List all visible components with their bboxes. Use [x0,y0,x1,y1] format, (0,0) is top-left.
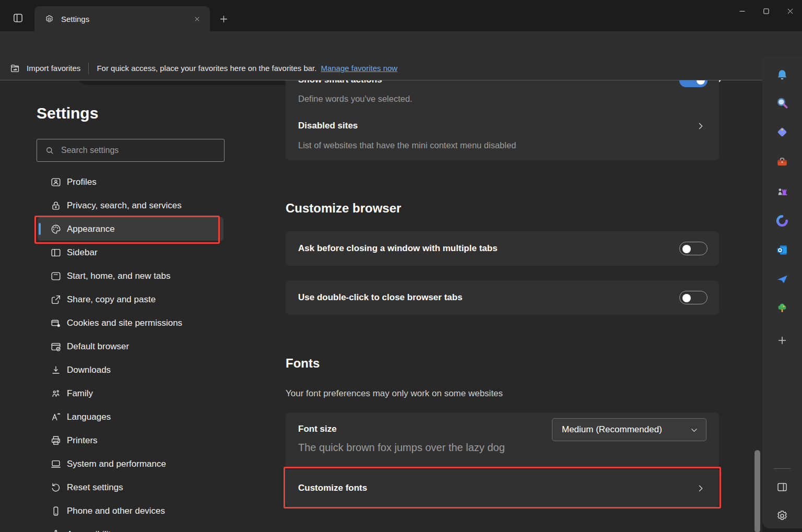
microsoft365-icon[interactable] [772,210,793,231]
window-controls [730,0,802,22]
sidebar-item-label: Downloads [67,365,111,375]
sidebar-item-system-and-performance[interactable]: System and performance [38,452,223,476]
search-input[interactable] [61,146,207,155]
system-performance-icon [50,458,62,470]
sidebar-item-reset-settings[interactable]: Reset settings [38,476,223,499]
appearance-palette-icon [50,223,62,235]
chevron-right-icon [695,483,705,493]
sidebar-item-label: Phone and other devices [67,506,165,516]
sidebar-item-accessibility[interactable]: Accessibility [38,523,223,532]
double-click-close-row[interactable]: Use double-click to close browser tabs [286,280,719,315]
games-chess-icon[interactable] [772,181,793,202]
profiles-icon [50,176,62,188]
sidebar-item-default-browser[interactable]: Default browser [38,335,223,358]
fonts-note: Your font preferences may only work on s… [286,388,503,399]
sidebar-item-label: Reset settings [67,482,123,493]
fonts-card: Font size Medium (Recommended) The quick… [286,412,719,507]
settings-sidebar: Settings ProfilesPrivacy, search, and se… [0,80,238,532]
sidebar-item-languages[interactable]: Languages [38,405,223,429]
import-favorites-label: Import favorites [27,64,80,73]
family-icon [50,388,62,399]
sidebar-item-sidebar[interactable]: Sidebar [38,241,223,264]
import-favorites-icon [9,63,21,74]
sidebar-item-family[interactable]: Family [38,382,223,405]
search-settings-box[interactable] [37,139,225,162]
search-icon [45,146,54,155]
sidebar-item-label: Languages [67,412,111,422]
sidebar-item-privacy-search-and-services[interactable]: Privacy, search, and services [38,194,223,217]
favorites-bar-divider [88,63,89,74]
tab-settings[interactable]: Settings [34,6,210,31]
favorites-bar: Import favorites For quick access, place… [0,56,762,80]
tools-toolbox-icon[interactable] [772,151,793,172]
ask-before-closing-label: Ask before closing a window with multipl… [298,243,679,254]
sidebar-panel-icon[interactable] [772,477,793,498]
add-plus-icon[interactable] [772,330,793,351]
import-favorites-button[interactable]: Import favorites [9,63,80,74]
sidebar-item-appearance[interactable]: Appearance [38,217,223,241]
font-size-label: Font size [298,424,337,434]
double-click-close-toggle[interactable] [679,291,707,304]
favorites-bar-message: For quick access, place your favorites h… [97,64,316,73]
sidebar-item-profiles[interactable]: Profiles [38,170,223,194]
smart-actions-description: Define words you've selected. [298,94,412,104]
settings-gear-icon[interactable] [772,505,793,526]
outlook-icon[interactable] [772,240,793,261]
sidebar-layout-icon [50,247,62,258]
sidebar-item-label: Appearance [67,224,115,234]
edge-sidebar [762,56,802,528]
ask-before-closing-toggle[interactable] [679,242,707,255]
notifications-bell-icon[interactable] [772,65,793,86]
mini-menu-card: Show smart actions Define words you've s… [286,80,719,160]
sidebar-item-label: Default browser [67,341,129,352]
sidebar-item-downloads[interactable]: Downloads [38,358,223,382]
gear-icon [44,14,54,24]
main-scrollbar[interactable] [754,450,760,532]
sidebar-item-label: Sidebar [67,247,98,258]
font-size-dropdown[interactable]: Medium (Recommended) [552,418,706,441]
sidebar-item-cookies-and-site-permissions[interactable]: Cookies and site permissions [38,311,223,335]
sidebar-item-share-copy-and-paste[interactable]: Share, copy and paste [38,288,223,311]
edge-browser-window: { "window": { "control_icons": ["minimiz… [0,0,802,532]
chevron-down-icon [690,425,699,434]
tab-workspaces-icon[interactable] [10,10,25,25]
minimize-icon[interactable] [730,0,754,22]
share-copy-paste-icon [50,294,62,305]
page-title: Settings [37,104,98,122]
maximize-icon[interactable] [754,0,778,22]
sidebar-item-printers[interactable]: Printers [38,429,223,452]
drop-send-icon[interactable] [772,269,793,290]
disabled-sites-label: Disabled sites [298,121,358,131]
sidebar-divider [774,468,791,469]
printers-icon [50,435,62,446]
double-click-close-label: Use double-click to close browser tabs [298,292,679,303]
ask-before-closing-row[interactable]: Ask before closing a window with multipl… [286,231,719,266]
new-tab-button[interactable] [216,11,231,27]
sidebar-item-label: Accessibility [67,529,115,532]
accessibility-icon [50,529,62,532]
show-smart-actions-label: Show smart actions [298,80,382,85]
start-home-tabs-icon [50,270,62,282]
sidebar-item-label: Privacy, search, and services [67,200,182,211]
languages-icon [50,411,62,423]
browser-toolbar: e Edge edge://settings/appearance [0,31,802,56]
sidebar-item-label: Family [67,388,93,399]
shopping-tag-icon[interactable] [772,122,793,143]
manage-favorites-link[interactable]: Manage favorites now [321,64,397,73]
privacy-lock-icon [50,200,62,211]
customize-fonts-label: Customize fonts [298,483,695,493]
font-size-value: Medium (Recommended) [562,424,662,435]
chevron-right-icon[interactable] [695,121,705,131]
sidebar-item-label: System and performance [67,459,166,469]
customize-fonts-row[interactable]: Customize fonts [286,469,719,507]
search-icon[interactable] [772,92,793,113]
tab-title: Settings [61,15,190,23]
tab-close-icon[interactable] [190,12,204,26]
sidebar-item-phone-and-other-devices[interactable]: Phone and other devices [38,499,223,523]
close-icon[interactable] [778,0,802,22]
sidebar-item-start-home-and-new-tabs[interactable]: Start, home, and new tabs [38,264,223,288]
disabled-sites-description: List of websites that have the mini cont… [298,140,516,150]
sidebar-nav: ProfilesPrivacy, search, and servicesApp… [38,170,223,532]
tree-eco-icon[interactable] [772,298,793,319]
show-smart-actions-toggle[interactable] [679,80,707,87]
